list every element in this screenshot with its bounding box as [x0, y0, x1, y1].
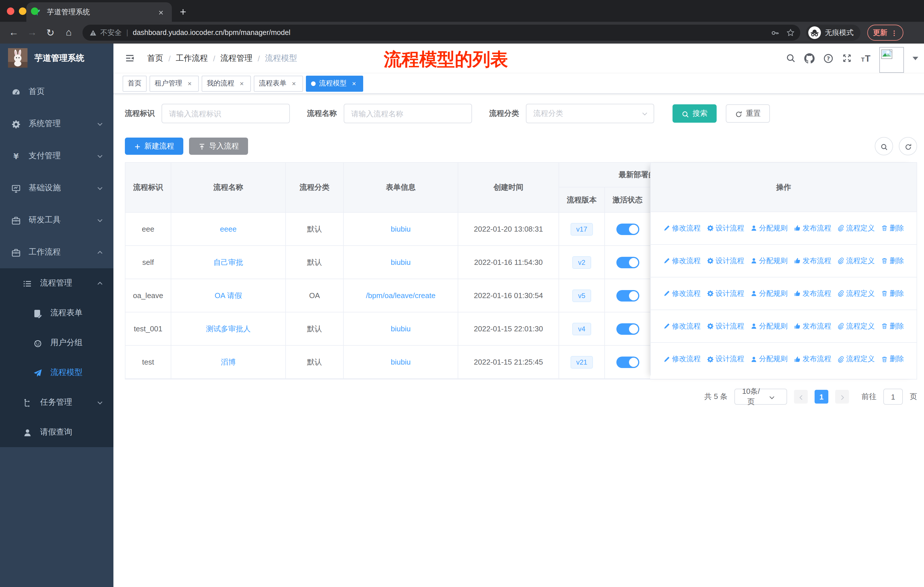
op-definition-clip-link[interactable]: 流程定义 [838, 321, 875, 331]
op-design-gear-link[interactable]: 设计流程 [707, 354, 744, 364]
op-definition-clip-link[interactable]: 流程定义 [838, 354, 875, 364]
fullscreen-icon[interactable] [842, 53, 852, 63]
op-delete-link[interactable]: 删除 [881, 321, 904, 331]
create-process-button[interactable]: 新建流程 [125, 137, 183, 155]
reset-button[interactable]: 重置 [726, 104, 770, 123]
search-button[interactable]: 搜索 [673, 104, 717, 123]
op-delete-link[interactable]: 删除 [881, 223, 904, 233]
browser-tab[interactable]: 芋道管理系统 × [26, 2, 172, 22]
app-logo[interactable]: 芋道管理系统 [0, 43, 114, 72]
op-definition-clip-link[interactable]: 流程定义 [838, 223, 875, 233]
op-definition-clip-link[interactable]: 流程定义 [838, 289, 875, 298]
window-zoom-button[interactable] [31, 7, 38, 15]
op-design-gear-link[interactable]: 设计流程 [707, 223, 744, 233]
op-publish-hand-link[interactable]: 发布流程 [794, 321, 831, 331]
sidebar-item-process-model[interactable]: 流程模型 [0, 358, 114, 387]
op-assign-user-link[interactable]: 分配规则 [751, 256, 788, 266]
form-info-link[interactable]: biubiu [391, 225, 411, 233]
op-assign-user-link[interactable]: 分配规则 [751, 223, 788, 233]
op-edit-link[interactable]: 修改流程 [663, 354, 701, 364]
op-delete-link[interactable]: 删除 [881, 256, 904, 266]
active-toggle[interactable] [616, 290, 639, 301]
process-id-input[interactable] [162, 104, 290, 123]
github-icon[interactable] [804, 53, 815, 63]
tab-close-icon[interactable]: × [156, 7, 166, 17]
process-category-select[interactable]: 流程分类 [526, 104, 654, 123]
op-assign-user-link[interactable]: 分配规则 [751, 321, 788, 331]
home-icon[interactable]: ⌂ [61, 25, 77, 41]
window-close-button[interactable] [7, 7, 14, 15]
chevron-down-icon[interactable] [912, 56, 918, 60]
form-info-link[interactable]: /bpm/oa/leave/create [366, 291, 436, 300]
process-name-link[interactable]: 测试多审批人 [206, 324, 251, 334]
page-number-1[interactable]: 1 [815, 390, 828, 403]
sidebar-item-user-group[interactable]: 用户分组 [0, 328, 114, 358]
op-edit-link[interactable]: 修改流程 [663, 223, 701, 233]
sidebar-item-process-form[interactable]: 流程表单 [0, 298, 114, 328]
op-publish-hand-link[interactable]: 发布流程 [794, 223, 831, 233]
op-design-gear-link[interactable]: 设计流程 [707, 289, 744, 298]
breadcrumb-item[interactable]: 流程管理 [221, 53, 252, 63]
op-delete-link[interactable]: 删除 [881, 354, 904, 364]
op-edit-link[interactable]: 修改流程 [663, 289, 701, 298]
sidebar-item-home[interactable]: 首页 [0, 76, 114, 108]
op-publish-hand-link[interactable]: 发布流程 [794, 354, 831, 364]
tag-close-icon[interactable]: × [350, 79, 358, 88]
op-assign-user-link[interactable]: 分配规则 [751, 354, 788, 364]
active-toggle[interactable] [616, 356, 639, 368]
tag-close-icon[interactable]: × [290, 79, 298, 88]
process-name-input[interactable] [344, 104, 472, 123]
new-tab-button[interactable]: + [180, 6, 186, 18]
sidebar-item-system[interactable]: 系统管理 [0, 108, 114, 140]
import-process-button[interactable]: 导入流程 [189, 137, 248, 155]
op-publish-hand-link[interactable]: 发布流程 [794, 289, 831, 298]
address-bar[interactable]: 不安全 | dashboard.yudao.iocoder.cn/bpm/man… [82, 25, 800, 41]
process-name-link[interactable]: OA 请假 [214, 290, 242, 301]
next-page-button[interactable] [835, 390, 849, 403]
search-icon[interactable] [786, 53, 796, 63]
sidebar-item-infra[interactable]: 基础设施 [0, 172, 114, 204]
sidebar-item-devtools[interactable]: 研发工具 [0, 204, 114, 236]
active-toggle[interactable] [616, 223, 639, 235]
help-icon[interactable]: ? [823, 53, 833, 63]
sidebar-item-task-manage[interactable]: 任务管理 [0, 387, 114, 417]
reload-icon[interactable]: ↻ [42, 25, 58, 41]
tag-我的流程[interactable]: 我的流程× [201, 75, 251, 91]
sidebar-item-payment[interactable]: ¥支付管理 [0, 140, 114, 172]
op-definition-clip-link[interactable]: 流程定义 [838, 256, 875, 266]
op-design-gear-link[interactable]: 设计流程 [707, 256, 744, 266]
prev-page-button[interactable] [794, 390, 808, 403]
tag-流程模型[interactable]: 流程模型× [306, 75, 363, 91]
process-name-link[interactable]: 自己审批 [213, 257, 243, 268]
process-name-link[interactable]: 滔博 [221, 357, 236, 367]
chrome-update-button[interactable]: 更新 [867, 25, 903, 41]
active-toggle[interactable] [616, 323, 639, 334]
op-assign-user-link[interactable]: 分配规则 [751, 289, 788, 298]
bookmark-star-icon[interactable] [787, 28, 795, 37]
fontsize-icon[interactable]: TT [860, 53, 871, 63]
tag-流程表单[interactable]: 流程表单× [254, 75, 303, 91]
tag-close-icon[interactable]: × [186, 79, 194, 88]
op-design-gear-link[interactable]: 设计流程 [707, 321, 744, 331]
security-indicator[interactable]: 不安全 [89, 28, 122, 38]
sidebar-item-process-manage[interactable]: 流程管理 [0, 268, 114, 298]
page-size-select[interactable]: 10条/页 [734, 389, 787, 405]
back-icon[interactable]: ← [6, 25, 22, 41]
forward-icon[interactable]: → [24, 25, 40, 41]
form-info-link[interactable]: biubiu [391, 258, 411, 266]
refresh-table-button[interactable] [899, 137, 917, 155]
op-edit-link[interactable]: 修改流程 [663, 321, 701, 331]
goto-page-input[interactable] [883, 389, 903, 405]
window-minimize-button[interactable] [19, 7, 26, 15]
sidebar-item-workflow[interactable]: 工作流程 [0, 236, 114, 268]
avatar[interactable] [879, 47, 904, 73]
breadcrumb-item[interactable]: 工作流程 [176, 53, 208, 63]
kebab-menu-icon[interactable] [891, 29, 898, 37]
process-name-link[interactable]: eeee [220, 225, 237, 233]
tag-close-icon[interactable]: × [238, 79, 246, 88]
op-delete-link[interactable]: 删除 [881, 289, 904, 298]
active-toggle[interactable] [616, 256, 639, 268]
form-info-link[interactable]: biubiu [391, 358, 411, 366]
op-edit-link[interactable]: 修改流程 [663, 256, 701, 266]
form-info-link[interactable]: biubiu [391, 324, 411, 333]
